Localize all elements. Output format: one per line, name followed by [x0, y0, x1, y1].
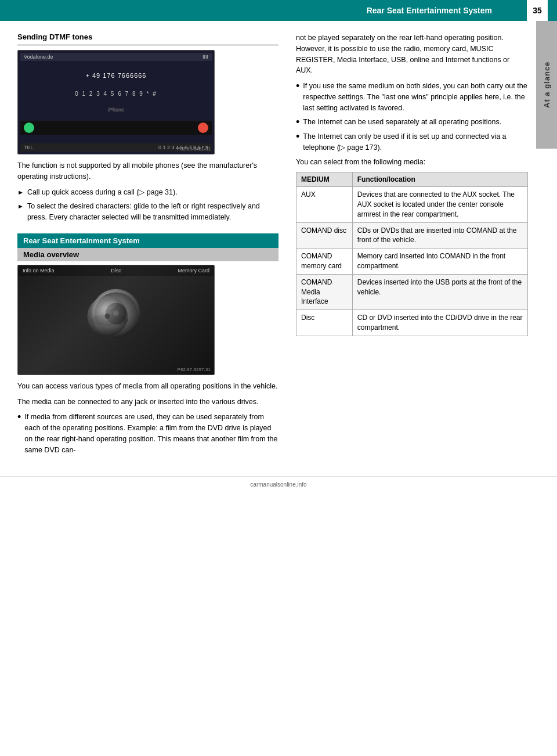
right-bullet-1: • If you use the same medium on both sid…: [296, 81, 528, 113]
table-cell-function: Devices that are connected to the AUX so…: [352, 187, 527, 222]
right-bullet-dot-3: •: [296, 131, 299, 142]
heading-divider: [17, 45, 278, 45]
media-body2: The media can be connected to any jack o…: [17, 397, 278, 408]
table-header-medium: MEDIUM: [296, 172, 353, 187]
media-screenshot: Info on Media Disc Memory Card: [17, 265, 215, 375]
phone-bottom-row: [20, 121, 212, 135]
media-left-label: Info on Media: [23, 268, 55, 273]
select-media-text: You can select from the following media:: [296, 157, 528, 168]
phone-caption: P82.89-0461-31: [178, 146, 211, 152]
media-bullet-text: If media from different sources are used…: [24, 412, 278, 455]
table-row: AUXDevices that are connected to the AUX…: [296, 187, 528, 222]
right-bullet-dot-2: •: [296, 117, 299, 127]
carrier-text: Vodafone.de: [24, 54, 53, 60]
table-row: DiscCD or DVD inserted into the CD/DVD d…: [296, 310, 528, 336]
table-cell-medium: Disc: [296, 310, 353, 336]
table-cell-medium: COMAND Media Interface: [296, 274, 353, 309]
phone-top-bar: Vodafone.de IIII: [20, 53, 212, 61]
right-bullet-3: • The Internet can only be used if it is…: [296, 131, 528, 153]
teal-banner-wrapper: Rear Seat Entertainment System Media ove…: [17, 233, 278, 261]
media-image-inner: Info on Media Disc Memory Card: [18, 265, 214, 375]
arrow-icon-1: ►: [17, 188, 24, 197]
right-bullet-2: • The Internet can be used separately at…: [296, 117, 528, 128]
right-bullet-text-3: The Internet can only be used if it is s…: [303, 131, 528, 153]
gray-banner: Media overview: [17, 248, 278, 261]
bullet-select-chars: ► To select the desired characters: glid…: [17, 201, 278, 223]
table-row: COMAND memory cardMemory card inserted i…: [296, 249, 528, 275]
main-content: Sending DTMF tones Vodafone.de IIII + 49…: [0, 21, 557, 470]
green-call-button: [24, 123, 34, 133]
table-header-function: Function/location: [352, 172, 527, 187]
left-column: Sending DTMF tones Vodafone.de IIII + 49…: [0, 21, 290, 470]
arrow-icon-2: ►: [17, 201, 24, 211]
table-cell-function: CDs or DVDs that are inserted into COMAN…: [352, 222, 527, 249]
section-heading-dtmf: Sending DTMF tones: [17, 33, 278, 41]
table-cell-medium: COMAND disc: [296, 222, 353, 249]
media-table: MEDIUM Function/location AUXDevices that…: [296, 172, 528, 336]
page-number: 35: [527, 0, 548, 21]
bullet-call-quick: ► Call up quick access during a call (▷ …: [17, 187, 278, 198]
svg-point-8: [105, 314, 110, 319]
media-top-bar: Info on Media Disc Memory Card: [18, 265, 214, 276]
bullet-call-text: Call up quick access during a call (▷ pa…: [27, 187, 178, 198]
phone-number: + 49 176 7666666: [20, 70, 212, 81]
bullet-select-text: To select the desired characters: glide …: [27, 201, 278, 223]
top-header: Rear Seat Entertainment System 35: [0, 0, 557, 21]
signal-text: IIII: [202, 54, 208, 60]
right-bullet-text-1: If you use the same medium on both sides…: [303, 81, 528, 113]
table-cell-function: Devices inserted into the USB ports at t…: [352, 274, 527, 309]
footer-link: carmanualsonline.info: [250, 481, 306, 488]
media-bullet-item: • If media from different sources are us…: [17, 412, 278, 455]
red-end-button: [198, 123, 208, 133]
tel-label: TEL: [24, 145, 34, 150]
media-body1: You can access various types of media fr…: [17, 381, 278, 392]
dtmf-body-text: The function is not supported by all mob…: [17, 160, 278, 182]
footer: carmanualsonline.info: [0, 476, 557, 492]
table-cell-medium: COMAND memory card: [296, 249, 353, 275]
right-column: not be played separately on the rear lef…: [290, 21, 557, 470]
table-row: COMAND discCDs or DVDs that are inserted…: [296, 222, 528, 249]
right-continuation: not be played separately on the rear lef…: [296, 33, 528, 76]
table-row: COMAND Media InterfaceDevices inserted i…: [296, 274, 528, 309]
sidebar-label: At a glance: [536, 21, 557, 149]
right-bullet-dot-1: •: [296, 81, 299, 91]
table-cell-function: Memory card inserted into COMAND in the …: [352, 249, 527, 275]
media-right-label: Memory Card: [178, 268, 209, 273]
phone-screenshot: Vodafone.de IIII + 49 176 7666666 0 1 2 …: [17, 50, 215, 154]
table-cell-medium: AUX: [296, 187, 353, 222]
phone-label: iPhone: [20, 107, 212, 113]
table-cell-function: CD or DVD inserted into the CD/DVD drive…: [352, 310, 527, 336]
header-title: Rear Seat Entertainment System: [367, 6, 527, 15]
media-disc-area: [18, 276, 214, 351]
teal-banner: Rear Seat Entertainment System: [17, 233, 278, 248]
media-caption: P82.87-9297-31: [178, 367, 211, 372]
media-center-label: Disc: [111, 268, 121, 273]
right-bullet-text-2: The Internet can be used separately at a…: [303, 117, 501, 128]
bullet-dot-icon: •: [17, 412, 21, 422]
disc-icon: [84, 282, 148, 345]
phone-keypad: 0 1 2 3 4 5 6 7 8 9 * #: [20, 89, 212, 98]
